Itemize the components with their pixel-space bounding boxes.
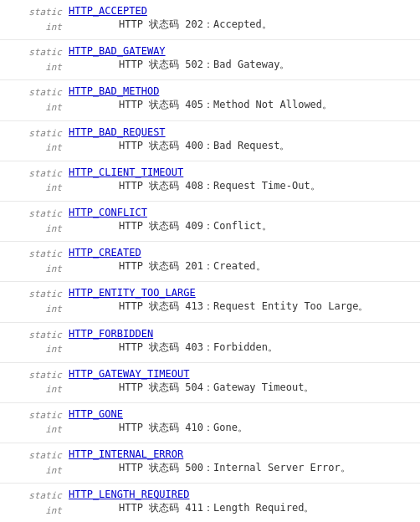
field-link[interactable]: HTTP_FORBIDDEN: [69, 328, 418, 340]
type-label: int: [45, 264, 62, 274]
field-description: HTTP 状态码 405：Method Not Allowed。: [69, 98, 418, 112]
field-link[interactable]: HTTP_ACCEPTED: [69, 5, 418, 17]
static-label: static: [28, 208, 62, 219]
content-column: HTTP_GATEWAY_TIMEOUT HTTP 状态码 504：Gatewa…: [67, 366, 420, 397]
table-row: static int HTTP_FORBIDDEN HTTP 状态码 403：F…: [0, 323, 420, 363]
type-label: int: [45, 182, 62, 193]
static-label: static: [28, 410, 62, 421]
field-description: HTTP 状态码 409：Conflict。: [69, 219, 418, 233]
table-row: static int HTTP_CLIENT_TIMEOUT HTTP 状态码 …: [0, 161, 420, 202]
meta-column: static int: [0, 326, 67, 359]
field-description: HTTP 状态码 411：Length Required。: [69, 501, 418, 515]
meta-column: static int: [0, 3, 67, 36]
static-label: static: [28, 289, 62, 299]
meta-column: static int: [0, 407, 67, 439]
table-row: static int HTTP_GONE HTTP 状态码 410：Gone。: [0, 403, 420, 443]
table-row: static int HTTP_BAD_METHOD HTTP 状态码 405：…: [0, 80, 420, 120]
static-label: static: [28, 47, 62, 58]
field-link[interactable]: HTTP_CLIENT_TIMEOUT: [69, 166, 418, 178]
type-label: int: [45, 22, 62, 33]
table-row: static int HTTP_ACCEPTED HTTP 状态码 202：Ac…: [0, 0, 420, 40]
field-link[interactable]: HTTP_LENGTH_REQUIRED: [69, 489, 418, 500]
meta-column: static int: [0, 285, 67, 318]
type-label: int: [45, 304, 62, 315]
field-link[interactable]: HTTP_BAD_METHOD: [69, 85, 418, 97]
field-description: HTTP 状态码 413：Request Entity Too Large。: [69, 299, 418, 314]
content-column: HTTP_BAD_REQUEST HTTP 状态码 400：Bad Reques…: [67, 125, 420, 155]
meta-column: static int: [0, 44, 67, 76]
content-column: HTTP_BAD_METHOD HTTP 状态码 405：Method Not …: [67, 84, 420, 114]
type-label: int: [45, 62, 62, 73]
type-label: int: [45, 384, 62, 395]
content-column: HTTP_CONFLICT HTTP 状态码 409：Conflict。: [67, 205, 420, 235]
field-description: HTTP 状态码 202：Accepted。: [69, 18, 418, 32]
field-link[interactable]: HTTP_CONFLICT: [69, 207, 418, 218]
field-link[interactable]: HTTP_BAD_REQUEST: [69, 126, 418, 138]
content-column: HTTP_CLIENT_TIMEOUT HTTP 状态码 408：Request…: [67, 165, 420, 195]
content-column: HTTP_ENTITY_TOO_LARGE HTTP 状态码 413：Reque…: [67, 285, 420, 315]
field-link[interactable]: HTTP_GONE: [69, 408, 418, 420]
type-label: int: [45, 223, 62, 234]
field-description: HTTP 状态码 400：Bad Request。: [69, 139, 418, 153]
content-column: HTTP_GONE HTTP 状态码 410：Gone。: [67, 407, 420, 437]
static-label: static: [28, 370, 62, 381]
field-link[interactable]: HTTP_INTERNAL_ERROR: [69, 448, 418, 460]
static-label: static: [28, 168, 62, 179]
content-column: HTTP_ACCEPTED HTTP 状态码 202：Accepted。: [67, 3, 420, 33]
field-description: HTTP 状态码 502：Bad Gateway。: [69, 58, 418, 72]
table-row: static int HTTP_LENGTH_REQUIRED HTTP 状态码…: [0, 484, 420, 522]
field-link[interactable]: HTTP_CREATED: [69, 247, 418, 258]
type-label: int: [45, 102, 62, 113]
meta-column: static int: [0, 165, 67, 197]
type-label: int: [45, 505, 62, 516]
field-description: HTTP 状态码 500：Internal Server Error。: [69, 461, 418, 475]
static-label: static: [28, 490, 62, 501]
field-description: HTTP 状态码 408：Request Time-Out。: [69, 179, 418, 193]
field-link[interactable]: HTTP_GATEWAY_TIMEOUT: [69, 368, 418, 380]
field-description: HTTP 状态码 504：Gateway Timeout。: [69, 381, 418, 395]
type-label: int: [45, 344, 62, 355]
api-table: static int HTTP_ACCEPTED HTTP 状态码 202：Ac…: [0, 0, 420, 522]
field-link[interactable]: HTTP_BAD_GATEWAY: [69, 45, 418, 57]
content-column: HTTP_LENGTH_REQUIRED HTTP 状态码 411：Length…: [67, 487, 420, 517]
meta-column: static int: [0, 125, 67, 157]
table-row: static int HTTP_ENTITY_TOO_LARGE HTTP 状态…: [0, 282, 420, 322]
meta-column: static int: [0, 366, 67, 399]
meta-column: static int: [0, 487, 67, 519]
type-label: int: [45, 465, 62, 476]
table-row: static int HTTP_BAD_GATEWAY HTTP 状态码 502…: [0, 40, 420, 80]
static-label: static: [28, 248, 62, 259]
content-column: HTTP_CREATED HTTP 状态码 201：Created。: [67, 245, 420, 275]
static-label: static: [28, 330, 62, 340]
meta-column: static int: [0, 205, 67, 238]
static-label: static: [28, 7, 62, 18]
table-row: static int HTTP_BAD_REQUEST HTTP 状态码 400…: [0, 121, 420, 161]
table-row: static int HTTP_CONFLICT HTTP 状态码 409：Co…: [0, 202, 420, 242]
table-row: static int HTTP_GATEWAY_TIMEOUT HTTP 状态码…: [0, 363, 420, 403]
content-column: HTTP_BAD_GATEWAY HTTP 状态码 502：Bad Gatewa…: [67, 44, 420, 74]
type-label: int: [45, 424, 62, 435]
static-label: static: [28, 450, 62, 461]
table-row: static int HTTP_INTERNAL_ERROR HTTP 状态码 …: [0, 443, 420, 484]
field-description: HTTP 状态码 403：Forbidden。: [69, 340, 418, 355]
table-row: static int HTTP_CREATED HTTP 状态码 201：Cre…: [0, 242, 420, 282]
content-column: HTTP_INTERNAL_ERROR HTTP 状态码 500：Interna…: [67, 447, 420, 477]
field-description: HTTP 状态码 201：Created。: [69, 259, 418, 274]
content-column: HTTP_FORBIDDEN HTTP 状态码 403：Forbidden。: [67, 326, 420, 356]
static-label: static: [28, 87, 62, 98]
static-label: static: [28, 128, 62, 139]
meta-column: static int: [0, 245, 67, 278]
type-label: int: [45, 142, 62, 153]
field-description: HTTP 状态码 410：Gone。: [69, 421, 418, 435]
meta-column: static int: [0, 447, 67, 479]
field-link[interactable]: HTTP_ENTITY_TOO_LARGE: [69, 287, 418, 299]
meta-column: static int: [0, 84, 67, 116]
